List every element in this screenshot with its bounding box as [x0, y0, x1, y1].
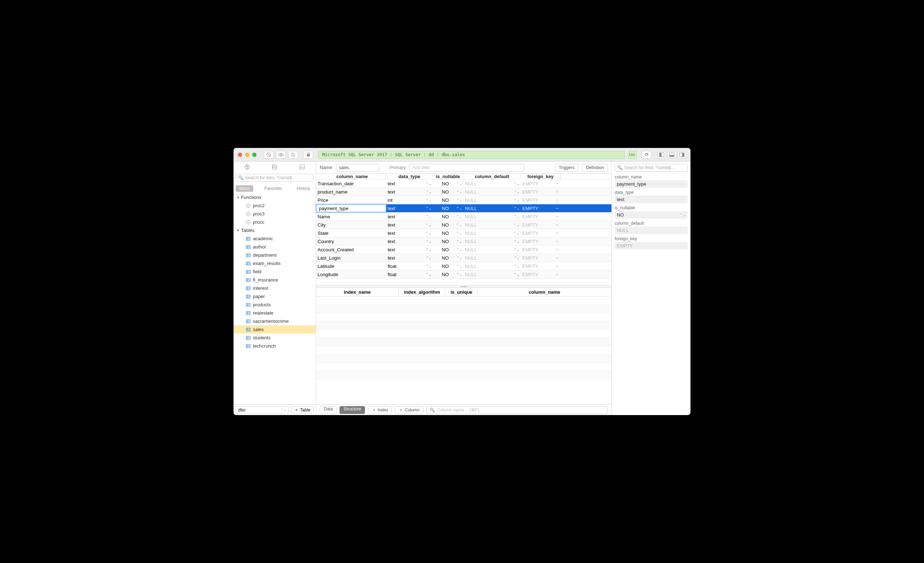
tree-item-table[interactable]: academic — [234, 235, 316, 243]
lock-button[interactable] — [303, 151, 313, 159]
column-row[interactable]: Transaction_date text⌃⌄ NO⌃⌄ NULL⌃⌄ EMPT… — [316, 180, 612, 188]
column-name-cell[interactable]: Price — [316, 196, 386, 204]
column-name-cell[interactable]: State — [316, 229, 386, 237]
column-fk-cell[interactable]: EMPTY→ — [521, 246, 560, 253]
tree-item-table[interactable]: techcrunch — [234, 342, 316, 350]
tree-item-table[interactable]: products — [234, 301, 316, 309]
column-fk-cell[interactable]: EMPTY→ — [521, 262, 560, 270]
add-field-input[interactable]: Add field — [409, 164, 524, 172]
column-fk-cell[interactable]: EMPTY→ — [521, 270, 560, 278]
column-row[interactable]: City text⌃⌄ NO⌃⌄ NULL⌃⌄ EMPTY→ — [316, 221, 612, 229]
column-type-cell[interactable]: text⌃⌄ — [386, 254, 433, 262]
column-default-cell[interactable]: NULL⌃⌄ — [464, 196, 521, 204]
column-default-cell[interactable]: NULL⌃⌄ — [464, 204, 521, 212]
minimize-window[interactable] — [245, 153, 249, 157]
column-name-cell[interactable]: Longitude — [316, 270, 386, 278]
column-row[interactable]: Country text⌃⌄ NO⌃⌄ NULL⌃⌄ EMPTY→ — [316, 237, 612, 246]
tree-item-table[interactable]: department — [234, 251, 316, 259]
column-type-cell[interactable]: text⌃⌄ — [386, 246, 433, 253]
column-name-cell[interactable]: Country — [316, 237, 386, 245]
column-type-cell[interactable]: float⌃⌄ — [386, 262, 433, 270]
connection-icon[interactable] — [244, 164, 250, 172]
column-fk-cell[interactable]: EMPTY→ — [521, 237, 560, 245]
inspector-foreign-key[interactable]: EMPTY — [615, 242, 688, 250]
column-nullable-cell[interactable]: NO⌃⌄ — [433, 196, 464, 204]
column-row[interactable]: Last_Login text⌃⌄ NO⌃⌄ NULL⌃⌄ EMPTY→ — [316, 254, 612, 262]
sql-icon[interactable]: SQL — [299, 164, 305, 172]
tree-group-functions[interactable]: ▼Functions — [234, 193, 316, 201]
tree-item-table[interactable]: students — [234, 334, 316, 342]
column-row[interactable]: State text⌃⌄ NO⌃⌄ NULL⌃⌄ EMPTY→ — [316, 229, 612, 237]
tree-item-function[interactable]: procc — [234, 218, 316, 226]
toggle-right-panel[interactable] — [678, 151, 686, 158]
column-type-cell[interactable]: float⌃⌄ — [386, 270, 433, 278]
column-type-cell[interactable]: text⌃⌄ — [386, 229, 433, 237]
tree-item-table[interactable]: author — [234, 243, 316, 251]
schema-select[interactable]: dbo ⌃⌄ — [236, 406, 289, 414]
column-fk-cell[interactable]: EMPTY→ — [521, 221, 560, 229]
column-name-edit[interactable] — [316, 204, 386, 212]
inspector-column-name[interactable]: payment_type — [615, 180, 688, 188]
column-name-cell[interactable]: Name — [316, 213, 386, 220]
preview-button[interactable] — [276, 151, 286, 159]
column-fk-cell[interactable]: EMPTY→ — [521, 229, 560, 237]
column-default-cell[interactable]: NULL⌃⌄ — [464, 213, 521, 220]
tree-item-table[interactable]: fl_insurance — [234, 276, 316, 284]
column-name-cell[interactable]: City — [316, 221, 386, 229]
footer-tab-data[interactable]: Data — [320, 406, 337, 414]
sidebar-tab-items[interactable]: Items — [236, 185, 253, 192]
column-type-cell[interactable]: int⌃⌄ — [386, 196, 433, 204]
tree-item-table[interactable]: field — [234, 268, 316, 276]
column-type-cell[interactable]: text⌃⌄ — [386, 213, 433, 220]
tree-item-function[interactable]: proc2 — [234, 201, 316, 210]
reload-button[interactable]: ⟳ — [642, 151, 652, 159]
add-index-button[interactable]: ＋Index — [368, 406, 392, 414]
definition-button[interactable]: Definition — [582, 164, 608, 172]
database-icon[interactable] — [271, 164, 278, 172]
column-default-cell[interactable]: NULL⌃⌄ — [464, 270, 521, 278]
toggle-bottom-panel[interactable] — [668, 151, 676, 158]
column-default-cell[interactable]: NULL⌃⌄ — [464, 237, 521, 245]
column-fk-cell[interactable]: EMPTY→ — [521, 204, 560, 212]
table-name-input[interactable]: sales — [336, 164, 379, 172]
settings-button[interactable] — [288, 151, 298, 159]
column-name-cell[interactable]: Transaction_date — [316, 180, 386, 187]
tree-item-table[interactable]: sales — [234, 325, 316, 334]
sidebar-tab-history[interactable]: History — [293, 185, 314, 192]
stop-button[interactable] — [264, 151, 274, 159]
column-nullable-cell[interactable]: NO⌃⌄ — [433, 221, 464, 229]
inspector-is-nullable[interactable]: NO⌃⌄ — [615, 211, 688, 219]
column-fk-cell[interactable]: EMPTY→ — [521, 188, 560, 196]
column-type-cell[interactable]: text⌃⌄ — [386, 180, 433, 187]
column-default-cell[interactable]: NULL⌃⌄ — [464, 262, 521, 270]
column-default-cell[interactable]: NULL⌃⌄ — [464, 246, 521, 253]
tree-item-table[interactable]: interest — [234, 284, 316, 292]
column-row[interactable]: Price int⌃⌄ NO⌃⌄ NULL⌃⌄ EMPTY→ — [316, 196, 612, 204]
column-row[interactable]: product_name text⌃⌄ NO⌃⌄ NULL⌃⌄ EMPTY→ — [316, 188, 612, 196]
column-nullable-cell[interactable]: NO⌃⌄ — [433, 246, 464, 253]
column-name-cell[interactable]: Latitude — [316, 262, 386, 270]
column-type-cell[interactable]: text⌃⌄ — [386, 221, 433, 229]
breadcrumb[interactable]: Microsoft SQL Server 2017 : SQL Server :… — [318, 151, 625, 159]
column-fk-cell[interactable]: EMPTY→ — [521, 196, 560, 204]
close-window[interactable] — [238, 153, 242, 157]
column-default-cell[interactable]: NULL⌃⌄ — [464, 254, 521, 262]
tree-item-table[interactable]: sacramentocrime — [234, 317, 316, 325]
column-name-cell[interactable]: product_name — [316, 188, 386, 196]
column-nullable-cell[interactable]: NO⌃⌄ — [433, 213, 464, 220]
column-nullable-cell[interactable]: NO⌃⌄ — [433, 229, 464, 237]
column-nullable-cell[interactable]: NO⌃⌄ — [433, 188, 464, 196]
column-fk-cell[interactable]: EMPTY→ — [521, 180, 560, 187]
add-table-button[interactable]: ＋Table — [291, 406, 314, 414]
column-nullable-cell[interactable]: NO⌃⌄ — [433, 254, 464, 262]
inspector-search[interactable]: 🔍 Search for field: ^name$… — [615, 164, 688, 172]
column-nullable-cell[interactable]: NO⌃⌄ — [433, 180, 464, 187]
tree-item-table[interactable]: paper — [234, 292, 316, 301]
column-name-cell[interactable]: Account_Created — [316, 246, 386, 253]
tree-item-function[interactable]: proc3 — [234, 210, 316, 218]
column-fk-cell[interactable]: EMPTY→ — [521, 254, 560, 262]
column-nullable-cell[interactable]: NO⌃⌄ — [433, 270, 464, 278]
sidebar-search[interactable]: 🔍 Search for item: ^name$… — [236, 174, 314, 182]
column-nullable-cell[interactable]: NO⌃⌄ — [433, 237, 464, 245]
footer-tab-structure[interactable]: Structure — [339, 406, 365, 414]
